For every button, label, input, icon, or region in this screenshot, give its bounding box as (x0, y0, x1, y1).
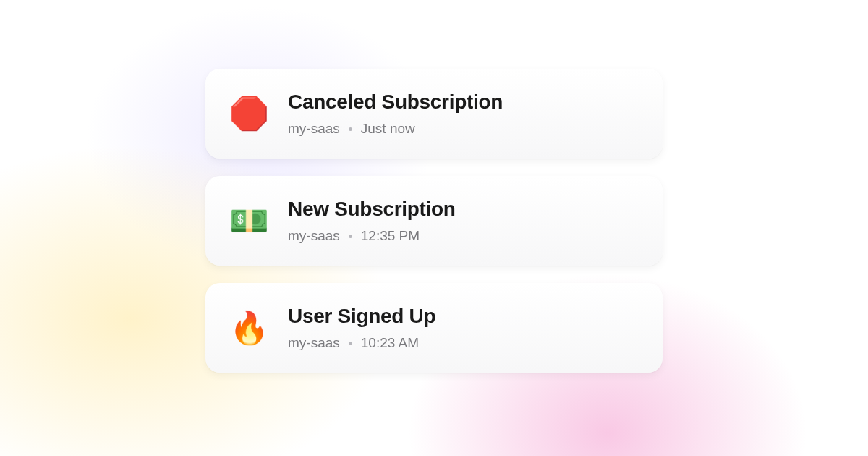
notification-title: User Signed Up (288, 305, 435, 328)
notification-content: New Subscription my-saas 12:35 PM (288, 198, 456, 244)
notification-source: my-saas (288, 121, 340, 137)
notifications-list: 🛑 Canceled Subscription my-saas Just now… (205, 69, 663, 373)
notification-meta: my-saas 10:23 AM (288, 335, 435, 351)
separator-dot (349, 342, 352, 345)
notification-content: User Signed Up my-saas 10:23 AM (288, 305, 435, 351)
notification-title: New Subscription (288, 198, 456, 221)
money-icon: 💵 (230, 202, 268, 240)
notification-card[interactable]: 💵 New Subscription my-saas 12:35 PM (205, 176, 663, 266)
notification-time: 12:35 PM (361, 228, 420, 244)
notification-meta: my-saas Just now (288, 121, 503, 137)
notification-time: 10:23 AM (361, 335, 419, 351)
notification-card[interactable]: 🛑 Canceled Subscription my-saas Just now (205, 69, 663, 159)
separator-dot (349, 235, 352, 238)
notification-title: Canceled Subscription (288, 90, 503, 114)
separator-dot (349, 127, 352, 131)
notification-card[interactable]: 🔥 User Signed Up my-saas 10:23 AM (205, 283, 663, 373)
fire-icon: 🔥 (230, 309, 268, 347)
notification-source: my-saas (288, 228, 340, 244)
notification-meta: my-saas 12:35 PM (288, 228, 456, 244)
stop-sign-icon: 🛑 (230, 95, 268, 132)
notification-source: my-saas (288, 335, 340, 351)
notification-time: Just now (361, 121, 415, 137)
notification-content: Canceled Subscription my-saas Just now (288, 90, 503, 137)
